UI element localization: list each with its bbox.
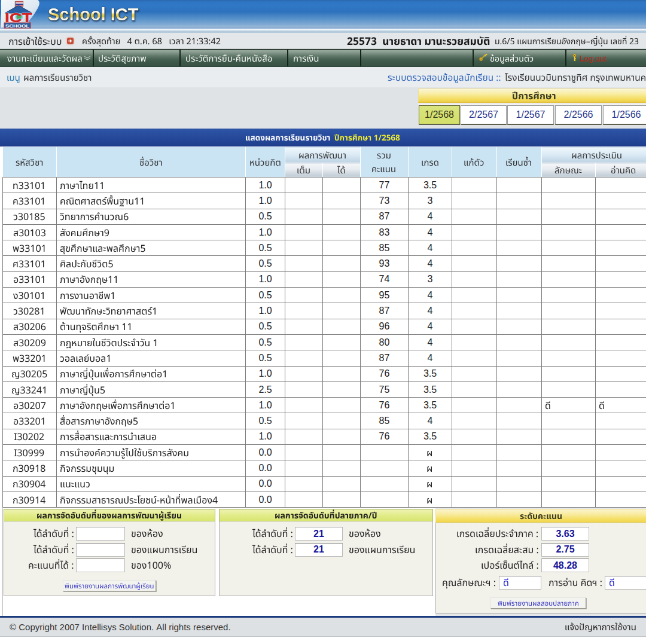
svg-text:SCHOOL: SCHOOL bbox=[5, 23, 30, 29]
svg-text:School ICT: School ICT bbox=[48, 5, 139, 24]
